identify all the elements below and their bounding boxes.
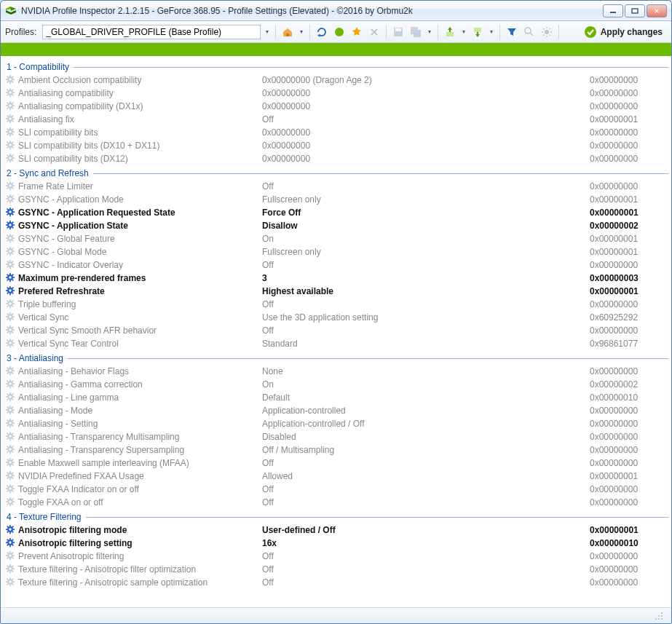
setting-value[interactable]: Highest available xyxy=(262,286,590,296)
setting-row[interactable]: SLI compatibility bits0x000000000x000000… xyxy=(5,126,670,139)
setting-value[interactable]: On xyxy=(262,234,590,244)
setting-row[interactable]: Triple bufferingOff0x00000000 xyxy=(5,298,670,311)
setting-row[interactable]: Vertical SyncUse the 3D application sett… xyxy=(5,311,670,324)
setting-value[interactable]: 0x00000000 xyxy=(262,88,590,98)
section-header[interactable]: 4 - Texture Filtering xyxy=(5,509,670,524)
import-icon[interactable] xyxy=(470,25,485,39)
section-header[interactable]: 2 - Sync and Refresh xyxy=(5,165,670,180)
settings-icon[interactable] xyxy=(539,25,554,39)
home-icon[interactable] xyxy=(280,25,295,39)
setting-row[interactable]: Antialiasing - Gamma correctionOn0x00000… xyxy=(5,378,670,391)
setting-value[interactable]: 3 xyxy=(262,273,590,283)
profile-dropdown-button[interactable]: ▾ xyxy=(264,28,271,35)
setting-value[interactable]: On xyxy=(262,379,590,390)
setting-value[interactable]: Off xyxy=(262,458,590,468)
setting-value[interactable]: None xyxy=(262,366,590,376)
setting-row[interactable]: Toggle FXAA on or offOff0x00000000 xyxy=(5,496,670,509)
setting-value[interactable]: 16x xyxy=(262,538,590,548)
setting-row[interactable]: Texture filtering - Anisotropic filter o… xyxy=(5,563,670,576)
setting-row[interactable]: Ambient Occlusion compatibility0x0000000… xyxy=(5,74,670,87)
setting-value[interactable]: Off xyxy=(262,564,590,574)
import-dropdown[interactable]: ▾ xyxy=(488,28,495,35)
setting-row[interactable]: Vertical Sync Smooth AFR behaviorOff0x00… xyxy=(5,324,670,337)
setting-row[interactable]: Antialiasing - Transparency Multisamplin… xyxy=(5,430,670,443)
setting-value[interactable]: Off / Multisampling xyxy=(262,445,590,455)
save-icon[interactable] xyxy=(391,25,406,39)
delete-icon[interactable] xyxy=(367,25,382,39)
setting-row[interactable]: GSYNC - Global FeatureOn0x00000001 xyxy=(5,232,670,245)
setting-value[interactable]: Off xyxy=(262,484,590,494)
setting-row[interactable]: Antialiasing - Transparency Supersamplin… xyxy=(5,443,670,457)
export-icon[interactable] xyxy=(443,25,457,39)
setting-value[interactable]: 0x00000000 (Dragon Age 2) xyxy=(262,75,590,85)
setting-value[interactable]: Use the 3D application setting xyxy=(262,312,590,323)
title-bar[interactable]: NVIDIA Profile Inspector 2.1.2.15 - GeFo… xyxy=(1,1,671,21)
setting-row[interactable]: Prevent Anisotropic filteringOff0x000000… xyxy=(5,550,670,563)
refresh-icon[interactable] xyxy=(315,25,329,39)
setting-row[interactable]: Anisotropic filtering modeUser-defined /… xyxy=(5,524,670,537)
setting-row[interactable]: SLI compatibility bits (DX10 + DX11)0x00… xyxy=(5,139,670,152)
setting-value[interactable]: 0x00000000 xyxy=(262,127,590,138)
setting-row[interactable]: GSYNC - Application StateDisallow0x00000… xyxy=(5,219,670,232)
setting-row[interactable]: Antialiasing - SettingApplication-contro… xyxy=(5,417,670,430)
close-button[interactable] xyxy=(647,4,667,17)
save-all-icon[interactable] xyxy=(408,25,423,39)
setting-row[interactable]: Antialiasing - Behavior FlagsNone0x00000… xyxy=(5,365,670,378)
setting-row[interactable]: Antialiasing fixOff0x00000001 xyxy=(5,113,670,126)
setting-row[interactable]: Maximum pre-rendered frames30x00000003 xyxy=(5,272,670,285)
setting-value[interactable]: Off xyxy=(262,260,590,270)
setting-row[interactable]: Frame Rate LimiterOff0x00000000 xyxy=(5,180,670,193)
setting-value[interactable]: 0x00000000 xyxy=(262,154,590,164)
setting-value[interactable]: Default xyxy=(262,392,590,403)
apply-changes-button[interactable]: Apply changes xyxy=(580,25,667,39)
minimize-button[interactable] xyxy=(603,4,623,17)
setting-row[interactable]: GSYNC - Global ModeFullscreen only0x0000… xyxy=(5,245,670,258)
setting-value[interactable]: Off xyxy=(262,577,590,588)
setting-row[interactable]: NVIDIA Predefined FXAA UsageAllowed0x000… xyxy=(5,470,670,483)
setting-row[interactable]: SLI compatibility bits (DX12)0x000000000… xyxy=(5,152,670,165)
setting-value[interactable]: Off xyxy=(262,497,590,508)
setting-value[interactable]: Standard xyxy=(262,339,590,349)
setting-row[interactable]: GSYNC - Application ModeFullscreen only0… xyxy=(5,193,670,206)
star-icon[interactable] xyxy=(349,25,364,39)
setting-value[interactable]: Disallow xyxy=(262,221,590,231)
setting-row[interactable]: Toggle FXAA Indicator on or offOff0x0000… xyxy=(5,483,670,496)
setting-value[interactable]: 0x00000000 xyxy=(262,101,590,111)
filter-icon[interactable] xyxy=(505,25,519,39)
setting-value[interactable]: Off xyxy=(262,325,590,336)
setting-row[interactable]: Antialiasing - Line gammaDefault0x000000… xyxy=(5,391,670,404)
setting-value[interactable]: 0x00000000 xyxy=(262,141,590,151)
setting-row[interactable]: Prefered RefreshrateHighest available0x0… xyxy=(5,285,670,298)
setting-row[interactable]: Antialiasing - ModeApplication-controlle… xyxy=(5,404,670,417)
setting-value[interactable]: User-defined / Off xyxy=(262,525,590,535)
home-dropdown[interactable]: ▾ xyxy=(298,28,305,35)
setting-value[interactable]: Off xyxy=(262,299,590,309)
setting-row[interactable]: Antialiasing compatibility (DX1x)0x00000… xyxy=(5,100,670,113)
setting-value[interactable]: Application-controlled xyxy=(262,406,590,416)
setting-value[interactable]: Application-controlled / Off xyxy=(262,419,590,429)
setting-value[interactable]: Fullscreen only xyxy=(262,247,590,257)
setting-value[interactable]: Off xyxy=(262,181,590,191)
export-dropdown[interactable]: ▾ xyxy=(460,28,467,35)
setting-row[interactable]: Vertical Sync Tear ControlStandard0x9686… xyxy=(5,337,670,350)
resize-gripper-icon[interactable] xyxy=(654,611,664,621)
setting-value[interactable]: Off xyxy=(262,114,590,125)
setting-value[interactable]: Allowed xyxy=(262,471,590,481)
nvidia-icon[interactable] xyxy=(332,25,347,39)
setting-value[interactable]: Force Off xyxy=(262,208,590,218)
setting-row[interactable]: GSYNC - Application Requested StateForce… xyxy=(5,206,670,219)
setting-value[interactable]: Fullscreen only xyxy=(262,194,590,205)
settings-grid[interactable]: 1 - CompatibilityAmbient Occlusion compa… xyxy=(1,56,671,607)
save-dropdown[interactable]: ▾ xyxy=(426,28,433,35)
maximize-button[interactable] xyxy=(625,4,645,17)
setting-row[interactable]: Enable Maxwell sample interleaving (MFAA… xyxy=(5,457,670,470)
setting-row[interactable]: Anisotropic filtering setting16x0x000000… xyxy=(5,537,670,550)
section-header[interactable]: 3 - Antialiasing xyxy=(5,350,670,365)
setting-row[interactable]: Texture filtering - Anisotropic sample o… xyxy=(5,576,670,589)
profile-selector[interactable]: _GLOBAL_DRIVER_PROFILE (Base Profile) xyxy=(42,25,261,39)
section-header[interactable]: 1 - Compatibility xyxy=(5,59,670,74)
setting-value[interactable]: Off xyxy=(262,551,590,561)
setting-row[interactable]: Antialiasing compatibility0x000000000x00… xyxy=(5,87,670,100)
setting-row[interactable]: GSYNC - Indicator OverlayOff0x00000000 xyxy=(5,258,670,272)
find-icon[interactable] xyxy=(522,25,537,39)
